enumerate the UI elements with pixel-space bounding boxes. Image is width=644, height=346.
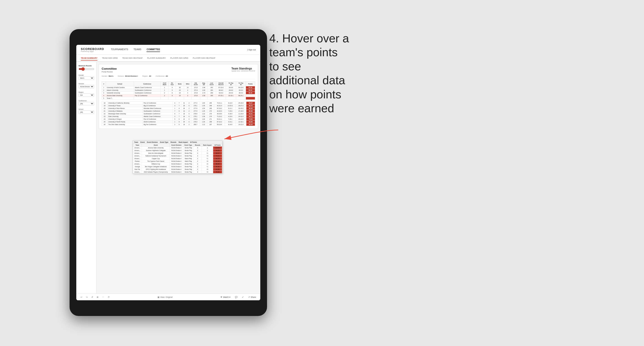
tooltip-row: Univers...Arizona State UniversityNCAA D…: [133, 147, 222, 149]
col-no-tour: NoTour: [168, 82, 176, 86]
region-select[interactable]: N/A: [78, 93, 94, 97]
sub-nav-player-h2h-heatmap[interactable]: PLAYER H2H HEATMAP: [193, 56, 216, 60]
logo-area: SCOREBOARD Powered by clippd: [81, 47, 104, 52]
copy-button[interactable]: ⊞: [96, 296, 100, 299]
table-row-highlighted[interactable]: 4 Arizona State University Pac-12 Confer…: [102, 94, 255, 97]
table-row[interactable]: 18 University of California, Berkeley Pa…: [102, 102, 255, 104]
filter-gender: Gender: Men's: [102, 75, 113, 77]
conference-select[interactable]: (All): [78, 102, 94, 105]
watch-label: Watch ▾: [223, 296, 230, 298]
filters-row: Gender: Men's Division: NCAA Division I …: [102, 75, 255, 79]
sidebar: Minimum Rounds Gender Men's Women's Divi…: [76, 62, 96, 294]
min-rounds-section: Minimum Rounds: [78, 65, 94, 71]
nav-committee[interactable]: COMMITTEE: [146, 47, 160, 52]
table-row[interactable]: 21 University of Alabama Southeastern Co…: [102, 110, 255, 113]
tooltip-data-table: Team Event Event Division Event Type Rou…: [133, 144, 222, 173]
report-area: Committee Portal Review Team Standings U…: [96, 62, 260, 294]
table-row[interactable]: 20 University of New Mexico Mountain Wes…: [102, 107, 255, 110]
nav-bar: SCOREBOARD Powered by clippd TOURNAMENTS…: [76, 45, 260, 55]
table-row[interactable]: 5 Texas T...: [102, 97, 255, 100]
share-button[interactable]: ↗ Share: [247, 296, 257, 299]
gender-label: Gender: [78, 74, 94, 76]
clock-button[interactable]: ⏱: [107, 296, 110, 299]
region-label: Region: [78, 91, 94, 93]
toolbar-center: ▦ View: Original: [156, 296, 174, 299]
bottom-toolbar: ↩ ↪ ↺ ⊞ ⋯ ⏱ ▦ View: Original 👁 Watch ▾ 💬: [76, 294, 260, 300]
min-rounds-label: Minimum Rounds: [78, 65, 94, 67]
col-vs25: Vs Top25: [226, 82, 236, 86]
tooltip-div-col: Event Division: [147, 141, 158, 143]
nav-tournaments[interactable]: TOURNAMENTS: [111, 47, 128, 52]
school-label: School: [78, 108, 94, 110]
tooltip-popup: Team Event Event Division Event Type Rou…: [132, 141, 222, 174]
sub-nav: TEAM SUMMARY TEAM H2H GRID TEAM H2H HEAT…: [76, 55, 260, 62]
tooltip-row: East TacOFCC Fighting Illini Invitationa…: [133, 168, 222, 171]
share-label: Share: [251, 296, 256, 298]
col-wins: Wins: [184, 82, 192, 86]
share-icon: ↗: [248, 296, 250, 298]
region-section: Region N/A: [78, 91, 94, 97]
main-content: Minimum Rounds Gender Men's Women's Divi…: [76, 62, 260, 294]
chat-button[interactable]: 💬: [234, 296, 238, 299]
school-section: School (All): [78, 108, 94, 114]
watch-button[interactable]: 👁 Watch ▾: [220, 296, 231, 299]
school-select[interactable]: (All): [78, 111, 94, 114]
table-row[interactable]: 2 Auburn University Southeastern Confere…: [102, 89, 255, 92]
tablet-screen: SCOREBOARD Powered by clippd TOURNAMENTS…: [76, 45, 260, 300]
table-row[interactable]: 22 Mississippi State University Southeas…: [102, 113, 255, 115]
sub-nav-player-summary[interactable]: PLAYER SUMMARY: [147, 56, 166, 60]
tooltip-row: Univers...Copper CupNCAA Division IMatch…: [133, 157, 222, 160]
table-row[interactable]: 3 Vanderbilt University Southeastern Con…: [102, 92, 255, 94]
tooltip-row: GeorgiaBen Hogan Collegiate Invitational…: [133, 165, 222, 168]
annotation-area: 4. Hover over ateam's pointsto seeadditi…: [269, 31, 404, 115]
expand-button[interactable]: ⤢: [241, 296, 244, 299]
division-select[interactable]: NCAA Division I: [78, 85, 94, 88]
update-time: Update time: 13/03/2024 10:03:42: [231, 70, 255, 72]
col-adj-score: Adj.Score: [192, 82, 200, 86]
watch-icon: 👁: [220, 296, 222, 298]
report-panel: Committee Portal Review Team Standings U…: [99, 64, 258, 129]
tooltip-row: Univers...Amer An IntercollegiateNCAA Di…: [133, 152, 222, 155]
toolbar-left: ↩ ↪ ↺ ⊞ ⋯ ⏱: [80, 296, 110, 299]
nav-teams[interactable]: TEAMS: [134, 47, 141, 52]
gender-select[interactable]: Men's Women's: [78, 76, 94, 80]
table-row[interactable]: 24 University of Oregon Pac-12 Conferenc…: [102, 118, 255, 121]
gender-section: Gender Men's Women's: [78, 74, 94, 80]
tooltip-points-col: W Points: [190, 141, 197, 143]
table-row[interactable]: 23 Duke University Atlantic Coast Confer…: [102, 115, 255, 118]
conference-section: Conference (All): [78, 100, 94, 105]
table-row[interactable]: 19 University of Texas Big 12 Conference…: [102, 104, 255, 107]
tooltip-row: Univers...Southern Highlands CollegiateN…: [133, 149, 222, 152]
standings-table: # School Conference ConfRank NoTour Bnds…: [102, 81, 255, 100]
view-original-button[interactable]: ▦ View: Original: [156, 296, 174, 299]
tooltip-impact-col: Rank Impact: [178, 141, 188, 143]
sub-nav-player-h2h-grid[interactable]: PLAYER H2H GRID: [170, 56, 188, 60]
sub-nav-team-h2h-grid[interactable]: TEAM H2H GRID: [102, 56, 118, 60]
sub-nav-team-summary[interactable]: TEAM SUMMARY: [81, 56, 98, 60]
committee-title: Committee: [102, 67, 117, 70]
col-rank: #: [102, 82, 106, 86]
col-school: School: [106, 82, 134, 86]
tooltip-row: Univers...2023 Sahalee Players Champions…: [133, 171, 222, 173]
filter-conference: Conference: All: [156, 75, 168, 77]
min-rounds-slider[interactable]: [78, 67, 94, 71]
col-points: Points: [246, 82, 255, 86]
tooltip-row: Florida IThe Cypress Point ClassicNCAA D…: [133, 160, 222, 163]
col-low-score: LowScore: [207, 82, 216, 86]
nav-sign-out[interactable]: | Sign out: [247, 49, 256, 51]
col-overall: OverallRecord: [216, 82, 226, 86]
table-row[interactable]: 1 University of North Carolina Atlantic …: [102, 86, 255, 89]
sub-nav-team-h2h-heatmap[interactable]: TEAM H2H HEATMAP: [122, 56, 143, 60]
col-bnds: Bnds: [176, 82, 184, 86]
view-icon: ▦: [158, 296, 160, 298]
tooltip-row: Univers...Williams CupNCAA Division IStr…: [133, 163, 222, 165]
toolbar-right: 👁 Watch ▾ 💬 ⤢ ↗ Share: [220, 296, 257, 299]
tooltip-row: Univers...National Invitational Tourname…: [133, 155, 222, 157]
refresh-button[interactable]: ↺: [90, 296, 94, 299]
portal-sub: Portal Review: [102, 71, 117, 73]
report-header: Committee Portal Review Team Standings U…: [102, 67, 255, 73]
more-button[interactable]: ⋯: [101, 296, 105, 299]
redo-button[interactable]: ↪: [85, 296, 89, 299]
undo-button[interactable]: ↩: [80, 296, 83, 299]
nav-links: TOURNAMENTS TEAMS COMMITTEE: [111, 47, 247, 52]
